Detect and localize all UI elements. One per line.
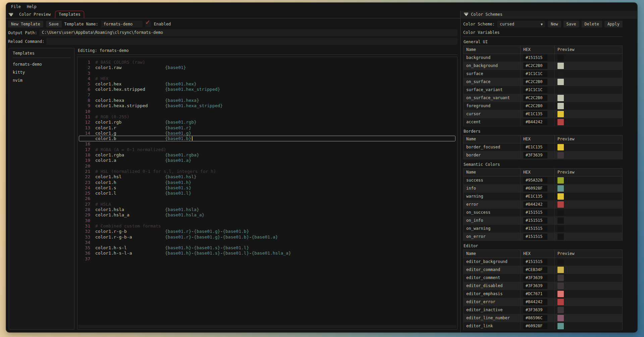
- scheme-save-button[interactable]: Save: [564, 21, 579, 27]
- menu-help[interactable]: Help: [24, 3, 40, 10]
- scheme-apply-button[interactable]: Apply: [604, 21, 623, 27]
- hex-input[interactable]: #3F3639: [523, 307, 547, 313]
- color-swatch[interactable]: [557, 315, 564, 321]
- code-editor[interactable]: 1# BASE COLORS (raw)2color1.raw{base01}3…: [77, 57, 458, 330]
- color-swatch[interactable]: [557, 217, 564, 224]
- hex-input[interactable]: #E1C135: [523, 193, 547, 200]
- save-template-button[interactable]: Save: [46, 21, 62, 27]
- scheme-new-button[interactable]: New: [548, 21, 561, 27]
- color-schemes-header[interactable]: Color Schemes: [461, 11, 637, 18]
- color-swatch[interactable]: [557, 307, 564, 313]
- template-item-formats-demo[interactable]: formats-demo: [13, 60, 70, 68]
- code-line-8[interactable]: 8color1.hexa{base01.hexa}: [77, 98, 457, 103]
- color-swatch[interactable]: [557, 225, 564, 232]
- code-line-9[interactable]: 9color1.hexa.stripped{base01.hexa_stripp…: [77, 103, 457, 109]
- code-line-3[interactable]: 3: [77, 71, 457, 76]
- hex-input[interactable]: #151515: [523, 225, 547, 232]
- hex-input[interactable]: #E1C135: [523, 144, 547, 150]
- code-line-19[interactable]: 19color1.a{base01.a}: [77, 158, 457, 163]
- code-line-16[interactable]: 16: [77, 141, 457, 147]
- code-line-26[interactable]: 26: [77, 196, 457, 201]
- color-swatch[interactable]: [557, 193, 564, 200]
- code-line-36[interactable]: 36color1.h-s-l-a{base01.h}-{base01.s}-{b…: [77, 251, 457, 256]
- enabled-checkbox[interactable]: ✓: [145, 21, 151, 27]
- code-line-31[interactable]: 31# Combined custom formats: [77, 223, 457, 229]
- color-swatch[interactable]: [557, 185, 564, 192]
- color-swatch[interactable]: [557, 71, 564, 77]
- color-swatch[interactable]: [557, 111, 564, 117]
- color-swatch[interactable]: [557, 323, 564, 329]
- color-scheme-combo[interactable]: cursed ▼: [497, 21, 545, 27]
- scheme-delete-button[interactable]: Delete: [582, 21, 602, 27]
- hex-input[interactable]: #1C1C1C: [523, 71, 547, 77]
- hex-input[interactable]: #DC7671: [523, 291, 547, 297]
- code-line-20[interactable]: 20: [77, 163, 457, 169]
- code-line-5[interactable]: 5color1.hex{base01.hex}: [77, 81, 457, 87]
- color-swatch[interactable]: [557, 95, 564, 101]
- tab-templates[interactable]: Templates: [55, 11, 84, 18]
- collapse-arrow-icon[interactable]: [9, 13, 13, 16]
- color-swatch[interactable]: [557, 79, 564, 85]
- hex-input[interactable]: #CEB34F: [523, 267, 547, 273]
- color-swatch[interactable]: [557, 291, 564, 297]
- color-swatch[interactable]: [557, 209, 564, 216]
- code-line-13[interactable]: 13color1.r{base01.r}: [77, 125, 457, 131]
- color-swatch[interactable]: [557, 201, 564, 208]
- color-swatch[interactable]: [557, 177, 564, 184]
- hex-input[interactable]: #151515: [523, 217, 547, 224]
- code-line-30[interactable]: 30: [77, 218, 457, 223]
- hex-input[interactable]: #B44242: [523, 119, 547, 125]
- hex-input[interactable]: #3F3639: [523, 275, 547, 281]
- hex-input[interactable]: #B44242: [523, 299, 547, 305]
- hex-input[interactable]: #B44242: [523, 201, 547, 208]
- code-line-33[interactable]: 33color1.r-g-b-a{base01.r}-{base01.g}-{b…: [77, 234, 457, 240]
- code-line-21[interactable]: 21# HSL (normalized 0-1 for s,l, integer…: [77, 169, 457, 174]
- color-swatch[interactable]: [557, 267, 564, 273]
- code-line-18[interactable]: 18color1.rgba{base01.rgba}: [77, 152, 457, 158]
- hex-input[interactable]: #60928F: [523, 323, 547, 329]
- hex-input[interactable]: #E1C135: [523, 111, 547, 117]
- new-template-button[interactable]: New Template: [8, 21, 43, 27]
- code-line-14[interactable]: 14color1.g{base01.g}: [77, 131, 457, 136]
- menu-file[interactable]: File: [8, 3, 24, 10]
- code-line-15[interactable]: color1.b{base01.b}: [77, 136, 457, 141]
- code-line-6[interactable]: 6color1.hex.stripped{base01.hex_stripped…: [77, 87, 457, 92]
- code-line-2[interactable]: 2color1.raw{base01}: [77, 65, 457, 70]
- template-item-kitty[interactable]: kitty: [13, 68, 70, 76]
- hex-input[interactable]: #3F3639: [523, 152, 547, 158]
- hex-input[interactable]: #86596C: [523, 315, 547, 321]
- horizontal-scrollbar[interactable]: [78, 325, 456, 328]
- code-line-37[interactable]: 37: [77, 256, 457, 262]
- hex-input[interactable]: #1C1C1C: [523, 87, 547, 93]
- hex-input[interactable]: #151515: [523, 259, 547, 265]
- code-line-4[interactable]: 4# HEX: [77, 76, 457, 81]
- color-swatch[interactable]: [557, 299, 564, 305]
- color-swatch[interactable]: [557, 63, 564, 69]
- color-swatch[interactable]: [557, 233, 564, 240]
- hex-input[interactable]: #C2C2B0: [523, 103, 547, 109]
- code-line-10[interactable]: 10: [77, 109, 457, 114]
- tab-color-preview[interactable]: Color Preview: [15, 11, 54, 18]
- code-line-32[interactable]: 32color1.r-g-b{base01.r}-{base01.g}-{bas…: [77, 229, 457, 234]
- hex-input[interactable]: #151515: [523, 233, 547, 240]
- code-line-22[interactable]: 22color1.hsl{base01.hsl}: [77, 174, 457, 180]
- code-line-34[interactable]: 34: [77, 240, 457, 245]
- code-line-1[interactable]: 1# BASE COLORS (raw): [77, 60, 457, 65]
- hex-input[interactable]: #3F3639: [523, 283, 547, 289]
- code-line-29[interactable]: 29color1.hsla_a{base01.hsla_a}: [77, 212, 457, 218]
- hex-input[interactable]: #60928F: [523, 185, 547, 192]
- color-swatch[interactable]: [557, 152, 564, 158]
- color-swatch[interactable]: [557, 283, 564, 289]
- hex-input[interactable]: #95A328: [523, 177, 547, 184]
- color-swatch[interactable]: [557, 275, 564, 281]
- reload-command-input[interactable]: [46, 38, 458, 45]
- hex-input[interactable]: #C2C2B0: [523, 63, 547, 69]
- code-line-35[interactable]: 35color1.h-s-l{base01.h}-{base01.s}-{bas…: [77, 245, 457, 251]
- template-item-nvim[interactable]: nvim: [13, 76, 70, 84]
- code-line-17[interactable]: 17# RGBA (A = 0-1 normalized): [77, 147, 457, 152]
- code-line-7[interactable]: 7: [77, 92, 457, 98]
- hex-input[interactable]: #C2C2B0: [523, 79, 547, 85]
- code-line-23[interactable]: 23color1.h{base01.h}: [77, 180, 457, 185]
- code-line-11[interactable]: 11# RGB (0-255): [77, 114, 457, 120]
- code-line-24[interactable]: 24color1.s{base01.s}: [77, 185, 457, 191]
